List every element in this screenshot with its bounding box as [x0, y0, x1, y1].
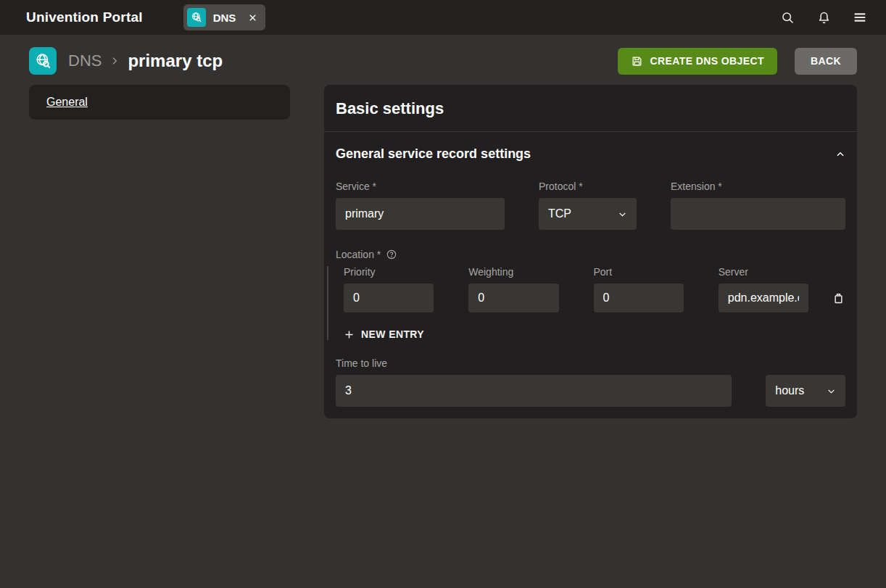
- save-icon: [631, 55, 643, 67]
- panel-header: Basic settings: [324, 85, 857, 132]
- service-label: Service *: [336, 181, 505, 192]
- ttl-label: Time to live: [336, 357, 845, 369]
- location-entry-row: Priority Weighting Port Server: [344, 266, 845, 312]
- content-area: General Basic settings General service r…: [0, 85, 886, 418]
- weighting-input[interactable]: [468, 283, 558, 312]
- tab-dns[interactable]: DNS: [183, 4, 266, 30]
- topbar: Univention Portal DNS: [0, 0, 886, 35]
- breadcrumb-dns-link[interactable]: DNS: [68, 51, 102, 70]
- plus-icon: [344, 329, 355, 340]
- protocol-label: Protocol *: [539, 181, 637, 192]
- protocol-select[interactable]: TCP: [539, 198, 637, 230]
- back-button[interactable]: BACK: [795, 48, 857, 75]
- search-icon[interactable]: [779, 9, 796, 26]
- port-input[interactable]: [594, 283, 684, 312]
- create-dns-object-button[interactable]: CREATE DNS OBJECT: [618, 48, 777, 75]
- ttl-unit-select[interactable]: hours: [766, 375, 845, 407]
- server-label: Server: [719, 266, 808, 278]
- tab-dns-label: DNS: [213, 12, 236, 24]
- location-entries-group: Priority Weighting Port Server: [327, 266, 845, 340]
- delete-entry-button[interactable]: [832, 283, 845, 312]
- chevron-down-icon: [618, 210, 627, 219]
- new-entry-label: NEW ENTRY: [361, 328, 424, 340]
- ttl-unit-selected-value: hours: [775, 384, 804, 397]
- sidebar-item-general[interactable]: General: [46, 96, 88, 108]
- create-dns-object-label: CREATE DNS OBJECT: [650, 55, 764, 67]
- new-entry-button[interactable]: NEW ENTRY: [344, 328, 424, 340]
- page-nav-card: General: [29, 85, 290, 120]
- basic-settings-panel: Basic settings General service record se…: [324, 85, 857, 418]
- tab-close-icon[interactable]: [247, 12, 258, 23]
- protocol-selected-value: TCP: [548, 207, 571, 220]
- bell-icon[interactable]: [815, 9, 832, 26]
- breadcrumb-current-object: primary tcp: [128, 51, 223, 71]
- general-service-record-section: General service record settings Service …: [324, 132, 857, 407]
- extension-input[interactable]: [671, 198, 845, 230]
- ttl-value-input[interactable]: [336, 375, 732, 407]
- chevron-right-icon: [109, 55, 120, 67]
- location-label-text: Location *: [336, 249, 381, 260]
- dns-globe-icon: [29, 47, 57, 75]
- ttl-block: Time to live hours: [336, 357, 845, 407]
- dns-globe-icon: [187, 8, 206, 27]
- section-title: General service record settings: [336, 146, 531, 162]
- portal-title: Univention Portal: [26, 9, 143, 25]
- help-icon[interactable]: [386, 249, 397, 260]
- breadcrumb: DNS primary tcp CREATE DNS OBJECT BACK: [0, 35, 886, 85]
- extension-label: Extension *: [671, 181, 845, 192]
- section-header[interactable]: General service record settings: [336, 132, 845, 165]
- priority-input[interactable]: [344, 283, 434, 312]
- weighting-label: Weighting: [468, 266, 558, 278]
- chevron-up-icon[interactable]: [835, 149, 845, 160]
- server-input[interactable]: [719, 283, 808, 312]
- service-input[interactable]: [336, 198, 505, 230]
- panel-title: Basic settings: [336, 99, 845, 118]
- chevron-down-icon: [827, 386, 836, 396]
- menu-icon[interactable]: [851, 9, 869, 26]
- priority-label: Priority: [344, 266, 434, 278]
- service-record-form: Service * Protocol * TCP: [336, 165, 845, 407]
- port-label: Port: [594, 266, 684, 278]
- location-label: Location *: [336, 249, 845, 260]
